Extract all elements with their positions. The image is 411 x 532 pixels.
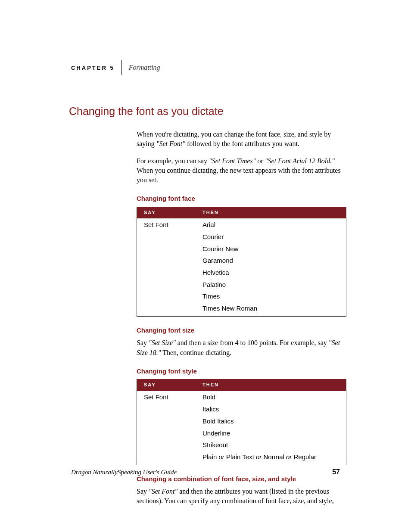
font-size-para: Say "Set Size" and then a size from 4 to…: [137, 338, 346, 357]
table-row: Courier: [137, 230, 346, 243]
then-cell: Times New Roman: [196, 302, 346, 316]
heading-1: Changing the font as you dictate: [69, 105, 346, 118]
quoted-command: "Set Font": [149, 488, 177, 495]
quoted-command: "Set Font Times": [209, 157, 256, 165]
then-cell: Underline: [196, 427, 346, 439]
col-header-then: Then: [196, 379, 346, 391]
col-header-say: Say: [137, 379, 196, 391]
text: Say: [137, 339, 149, 346]
then-cell: Times: [196, 290, 346, 302]
quoted-command: "Set Size": [149, 339, 176, 346]
footer-title: Dragon NaturallySpeaking User's Guide: [71, 469, 177, 476]
quoted-command: "Set Font": [156, 140, 185, 147]
subheading-font-size: Changing font size: [137, 326, 346, 335]
subheading-font-style: Changing font style: [137, 367, 346, 376]
then-cell: Plain or Plain Text or Normal or Regular: [196, 451, 346, 465]
or-text: or: [284, 453, 294, 460]
table-row: Set FontBold: [137, 391, 346, 403]
table-row: Plain or Plain Text or Normal or Regular: [137, 451, 346, 465]
table-row: Garamond: [137, 254, 346, 266]
text: Then, continue dictating.: [161, 349, 232, 356]
say-cell: Set Font: [137, 391, 196, 403]
running-header: CHAPTER 5 Formatting: [71, 60, 346, 75]
table-row: Palatino: [137, 278, 346, 290]
text: When you continue dictating, the new tex…: [137, 167, 341, 184]
text: Plain: [202, 453, 217, 460]
page: CHAPTER 5 Formatting Changing the font a…: [0, 0, 411, 532]
table-row: Set FontArial: [137, 218, 346, 230]
text: Regular: [294, 453, 317, 460]
then-cell: Bold: [196, 391, 346, 403]
page-footer: Dragon NaturallySpeaking User's Guide 57: [71, 468, 340, 476]
text: and then a size from 4 to 100 points. Fo…: [176, 339, 329, 346]
then-cell: Palatino: [196, 278, 346, 290]
table-row: Times: [137, 290, 346, 302]
table-row: Italics: [137, 403, 346, 415]
table-row: Strikeout: [137, 439, 346, 451]
combination-para: Say "Set Font" and then the attributes y…: [137, 487, 346, 506]
chapter-label: CHAPTER 5: [71, 65, 115, 71]
intro-para-2: For example, you can say "Set Font Times…: [137, 156, 346, 185]
content-body: When you're dictating, you can change th…: [137, 130, 346, 506]
quoted-command: "Set Font Arial 12 Bold.": [265, 157, 335, 165]
then-cell: Helvetica: [196, 266, 346, 278]
intro-para-1: When you're dictating, you can change th…: [137, 130, 346, 149]
table-row: Underline: [137, 427, 346, 439]
chapter-title: Formatting: [129, 64, 160, 72]
then-cell: Arial: [196, 218, 346, 230]
then-cell: Courier: [196, 230, 346, 243]
col-header-then: Then: [196, 207, 346, 218]
then-cell: Bold Italics: [196, 415, 346, 427]
say-cell: Set Font: [137, 218, 196, 230]
text: For example, you can say: [137, 157, 209, 165]
then-cell: Italics: [196, 403, 346, 415]
text: Normal: [264, 453, 284, 460]
table-row: Courier New: [137, 243, 346, 255]
page-number: 57: [332, 468, 340, 476]
text: or: [256, 157, 265, 165]
font-style-table: Say Then Set FontBold Italics Bold Itali…: [137, 379, 346, 465]
text: Plain Text: [226, 453, 254, 460]
text: Say: [137, 488, 149, 495]
or-text: or: [217, 453, 226, 460]
table-row: Bold Italics: [137, 415, 346, 427]
table-row: Helvetica: [137, 266, 346, 278]
vertical-divider: [121, 60, 122, 75]
subheading-font-face: Changing font face: [137, 194, 346, 203]
or-text: or: [254, 453, 264, 460]
then-cell: Strikeout: [196, 439, 346, 451]
font-face-table: Say Then Set FontArial Courier Courier N…: [137, 207, 346, 317]
col-header-say: Say: [137, 207, 196, 218]
table-row: Times New Roman: [137, 302, 346, 316]
then-cell: Garamond: [196, 254, 346, 266]
then-cell: Courier New: [196, 243, 346, 255]
text: followed by the font attributes you want…: [185, 140, 299, 147]
